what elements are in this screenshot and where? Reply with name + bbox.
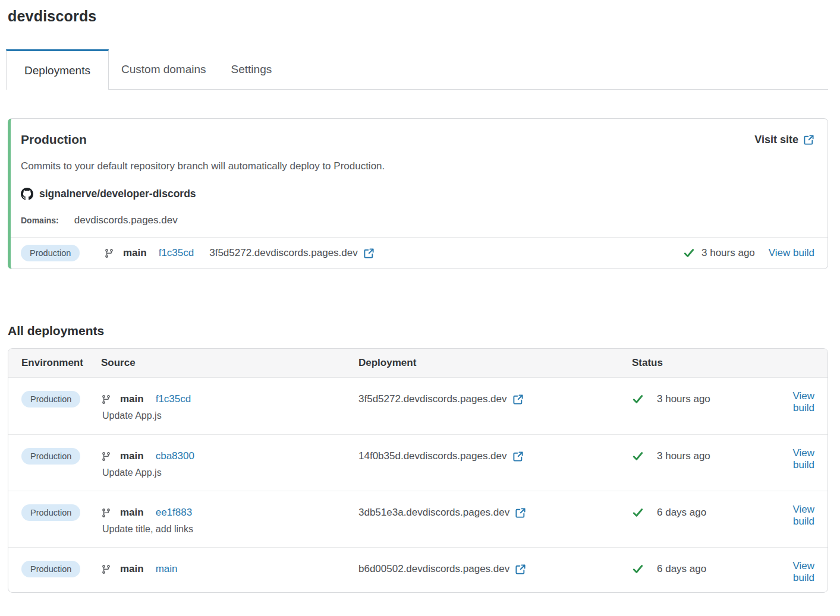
check-icon — [683, 247, 695, 259]
column-header-status: Status — [632, 357, 763, 369]
commit-link[interactable]: cba8300 — [156, 450, 194, 462]
tab-custom-domains[interactable]: Custom domains — [109, 49, 219, 90]
branch-name: main — [120, 507, 144, 519]
table-body: Production main f1c35cd Update App.js 3f… — [8, 378, 828, 592]
commit-message: Update App.js — [102, 467, 358, 478]
environment-badge: Production — [21, 448, 80, 465]
environment-badge: Production — [21, 561, 80, 577]
branch-name: main — [120, 393, 144, 405]
check-icon — [632, 393, 644, 405]
visit-site-link[interactable]: Visit site — [754, 134, 814, 146]
deployment-row: Production main f1c35cd Update App.js 3f… — [8, 378, 828, 434]
deployment-time: 3 hours ago — [701, 247, 755, 259]
table-header-row: Environment Source Deployment Status — [8, 349, 828, 378]
view-build-link[interactable]: View build — [769, 247, 814, 259]
check-icon — [632, 563, 644, 575]
branch-name: main — [120, 563, 144, 575]
environment-badge: Production — [21, 504, 80, 521]
view-build-link[interactable]: View build — [776, 560, 814, 584]
git-branch-icon — [101, 394, 111, 405]
external-link-icon[interactable] — [515, 564, 526, 575]
deployment-row: Production main ee1f883 Update title, ad… — [8, 491, 828, 547]
commit-message: Update App.js — [102, 410, 358, 421]
production-card: Production Visit site Commits to your de… — [8, 118, 828, 269]
all-deployments-title: All deployments — [8, 324, 828, 338]
github-icon — [21, 188, 33, 200]
deployment-url: 3f5d5272.devdiscords.pages.dev — [358, 393, 507, 405]
deployment-url: 14f0b35d.devdiscords.pages.dev — [358, 450, 507, 462]
commit-link[interactable]: ee1f883 — [156, 507, 192, 519]
external-link-icon[interactable] — [363, 248, 375, 259]
git-branch-icon — [101, 564, 111, 574]
commit-link[interactable]: f1c35cd — [159, 247, 194, 259]
pages-project-page: devdiscords Deployments Custom domains S… — [0, 0, 840, 593]
page-title: devdiscords — [8, 8, 828, 25]
deployment-time: 3 hours ago — [657, 393, 710, 405]
domains-line: Domains: devdiscords.pages.dev — [21, 214, 814, 226]
commit-message: Update title, add links — [102, 524, 358, 535]
deployment-url: 3f5d5272.devdiscords.pages.dev — [209, 247, 358, 259]
column-header-deployment: Deployment — [358, 357, 632, 369]
repo-line: signalnerve/developer-discords — [21, 188, 814, 200]
visit-site-label: Visit site — [754, 134, 798, 146]
deployment-row: Production main main b6d00502.devdiscord… — [8, 547, 828, 592]
production-description: Commits to your default repository branc… — [21, 160, 814, 172]
check-icon — [632, 507, 644, 519]
branch-name: main — [120, 450, 144, 462]
external-link-icon[interactable] — [512, 394, 524, 405]
external-link-icon — [803, 134, 814, 146]
deployment-time: 6 days ago — [657, 507, 706, 519]
column-header-environment: Environment — [21, 357, 101, 369]
domains-value: devdiscords.pages.dev — [74, 214, 178, 226]
commit-link[interactable]: f1c35cd — [156, 393, 191, 405]
deployment-url: b6d00502.devdiscords.pages.dev — [358, 563, 509, 575]
view-build-link[interactable]: View build — [776, 504, 814, 527]
environment-badge: Production — [21, 245, 80, 261]
external-link-icon[interactable] — [515, 507, 526, 519]
production-card-title: Production — [21, 132, 87, 147]
tab-settings[interactable]: Settings — [219, 49, 285, 90]
tab-deployments[interactable]: Deployments — [6, 49, 109, 90]
deployment-time: 6 days ago — [657, 563, 706, 575]
external-link-icon[interactable] — [512, 451, 524, 462]
tab-bar-filler — [284, 49, 828, 90]
commit-link[interactable]: main — [156, 563, 178, 575]
check-icon — [632, 450, 644, 462]
view-build-link[interactable]: View build — [776, 390, 814, 414]
repo-name[interactable]: signalnerve/developer-discords — [39, 188, 196, 200]
view-build-link[interactable]: View build — [776, 447, 814, 471]
git-branch-icon — [104, 248, 114, 258]
git-branch-icon — [101, 451, 111, 462]
domains-label: Domains: — [21, 216, 59, 225]
deployment-row: Production main cba8300 Update App.js 14… — [8, 434, 828, 491]
git-branch-icon — [101, 508, 111, 518]
deployment-time: 3 hours ago — [657, 450, 710, 462]
branch-name: main — [123, 247, 147, 259]
production-deployment-row: Production main f1c35cd 3f5d5272.devdisc… — [11, 237, 828, 268]
column-header-source: Source — [101, 357, 358, 369]
deployment-url: 3db51e3a.devdiscords.pages.dev — [358, 507, 509, 519]
environment-badge: Production — [21, 391, 80, 407]
deployments-table: Environment Source Deployment Status Pro… — [8, 348, 828, 593]
tab-bar: Deployments Custom domains Settings — [6, 49, 828, 90]
